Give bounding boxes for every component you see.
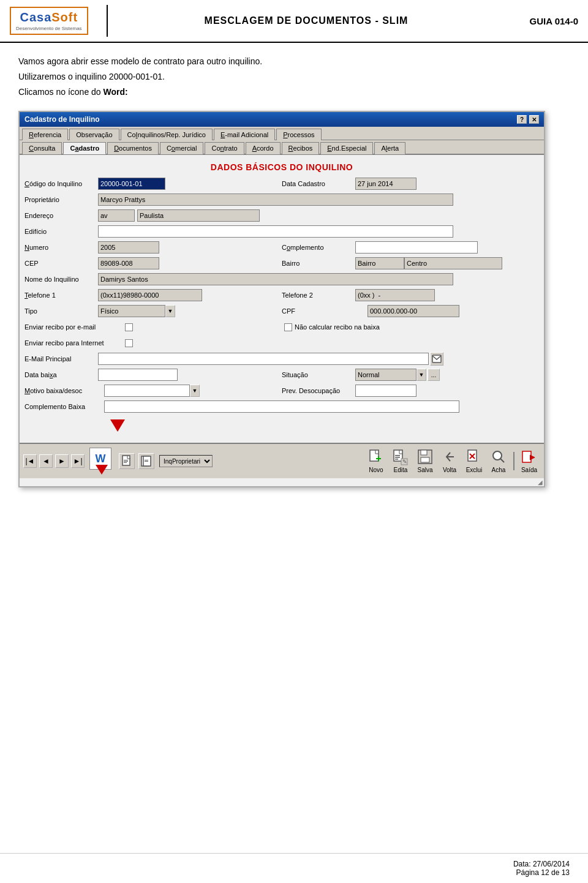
- label-situacao: Situação: [282, 371, 355, 378]
- col-prev-desocupacao: Prev. Desocupação: [282, 385, 539, 397]
- exclui-button[interactable]: Exclui: [463, 448, 485, 475]
- tab-alerta[interactable]: Alerta: [374, 142, 405, 154]
- svg-point-24: [493, 451, 502, 460]
- col-enviar-email: Enviar recibo por e-mail: [24, 323, 282, 331]
- input-numero[interactable]: [98, 241, 159, 254]
- input-bairro[interactable]: [404, 257, 502, 269]
- tab-cadastro[interactable]: Cadastro: [63, 142, 106, 154]
- nav-prev-button[interactable]: ◄: [39, 454, 53, 468]
- saida-button[interactable]: Saída: [518, 448, 540, 475]
- volta-icon: [441, 449, 458, 466]
- tab-row-1: Referencia Observação CoInquilinos/Rep. …: [20, 127, 544, 140]
- svg-rect-19: [421, 450, 427, 455]
- svg-text:✎: ✎: [402, 459, 407, 465]
- tab-recibos[interactable]: Recibos: [282, 142, 320, 154]
- header-guide: GUIA 014-0: [505, 16, 578, 26]
- input-cpf[interactable]: [368, 305, 459, 317]
- edita-label: Edita: [394, 467, 408, 473]
- tipo-dropdown-arrow[interactable]: ▼: [165, 305, 175, 317]
- input-complemento[interactable]: [355, 241, 478, 254]
- document2-icon-button[interactable]: [138, 453, 154, 469]
- row-endereco: Endereço: [24, 209, 539, 222]
- novo-button[interactable]: Novo: [365, 448, 387, 475]
- tab-processos[interactable]: Processos: [276, 129, 321, 140]
- label-edificio: Edifício: [24, 228, 98, 235]
- svg-rect-20: [421, 457, 429, 462]
- check-enviar-email[interactable]: [125, 323, 133, 331]
- tab-end-especial[interactable]: End.Especial: [320, 142, 373, 154]
- svg-rect-7: [145, 460, 148, 460]
- svg-rect-3: [124, 461, 128, 462]
- col-tel1: Telefone 1: [24, 289, 282, 301]
- nav-first-button[interactable]: |◄: [23, 454, 37, 468]
- edita-button[interactable]: ✎ Edita: [390, 448, 412, 475]
- input-cep[interactable]: [98, 257, 159, 269]
- label-tipo: Tipo: [24, 307, 98, 315]
- check-nao-calcular[interactable]: [284, 323, 292, 331]
- col-nao-calcular: Não calcular recibo na baixa: [282, 323, 539, 331]
- input-nome[interactable]: [98, 273, 453, 285]
- check-enviar-internet[interactable]: [125, 339, 133, 347]
- input-tipo[interactable]: [98, 305, 165, 317]
- col-codigo: Código do Inquilino: [24, 178, 282, 190]
- input-email-principal[interactable]: [98, 353, 429, 365]
- input-proprietario[interactable]: [98, 194, 453, 206]
- svg-rect-8: [145, 461, 148, 462]
- tab-contrato[interactable]: Contrato: [205, 142, 244, 154]
- volta-button[interactable]: Volta: [439, 448, 461, 475]
- tab-email-adicional[interactable]: E-mail Adicional: [214, 129, 275, 140]
- col-tel2: Telefone 2: [282, 289, 539, 301]
- label-enviar-internet: Enviar recibo para Internet: [24, 339, 123, 347]
- resize-corner: ◢: [20, 478, 544, 486]
- input-data-cadastro[interactable]: [355, 178, 417, 190]
- nav-last-button[interactable]: ►|: [71, 454, 85, 468]
- input-codigo[interactable]: [98, 178, 165, 190]
- tab-row-2: Consulta Cadastro Documentos Comercial C…: [20, 140, 544, 155]
- tab-observacao[interactable]: Observação: [69, 129, 119, 140]
- email-icon-button[interactable]: [430, 352, 443, 366]
- input-edificio[interactable]: [98, 225, 453, 238]
- situacao-ellipsis-button[interactable]: ...: [428, 369, 440, 381]
- select-situacao-wrap: ▼: [355, 369, 426, 381]
- input-endereco2[interactable]: [137, 209, 260, 222]
- salva-icon: [417, 449, 434, 466]
- page-header: CasaSoft Desenvolvimento de Sistemas MES…: [0, 0, 588, 43]
- acha-button[interactable]: Acha: [488, 448, 510, 475]
- svg-rect-26: [522, 451, 531, 462]
- input-prev-desocupacao[interactable]: [355, 385, 417, 397]
- tab-consulta[interactable]: Consulta: [22, 142, 62, 154]
- label-cep: CEP: [24, 260, 98, 267]
- salva-button[interactable]: Salva: [414, 448, 436, 475]
- tab-acordo[interactable]: Acordo: [246, 142, 281, 154]
- input-complemento-baixa[interactable]: [104, 400, 459, 413]
- input-tel1[interactable]: [98, 289, 202, 301]
- input-data-baixa[interactable]: [98, 369, 178, 381]
- svg-rect-9: [370, 450, 379, 461]
- tab-referencia[interactable]: Referencia: [22, 129, 68, 140]
- tab-comercial[interactable]: Comercial: [160, 142, 204, 154]
- acha-label: Acha: [492, 467, 506, 473]
- intro-line2: Utilizaremos o inquilino 20000-001-01.: [18, 70, 570, 83]
- input-tel2[interactable]: [355, 289, 435, 301]
- close-button[interactable]: ✕: [529, 115, 539, 124]
- word-icon-button[interactable]: W: [89, 446, 114, 476]
- col-data-cadastro: Data Cadastro: [282, 178, 539, 190]
- volta-label: Volta: [443, 467, 456, 473]
- document-icon-button[interactable]: [119, 453, 135, 469]
- row-proprietario: Proprietário: [24, 193, 539, 206]
- tab-documentos[interactable]: Documentos: [107, 142, 159, 154]
- tab-coinquilinos[interactable]: CoInquilinos/Rep. Jurídico: [121, 129, 213, 140]
- svg-rect-2: [124, 460, 128, 460]
- input-motivo-baixa[interactable]: [104, 385, 190, 397]
- input-endereco1[interactable]: [98, 209, 135, 222]
- form-area: DADOS BÁSICOS DO INQUILINO Código do Inq…: [20, 155, 544, 443]
- svg-rect-4: [124, 462, 127, 463]
- red-down-arrow: [110, 419, 125, 432]
- motivo-dropdown-arrow[interactable]: ▼: [190, 385, 200, 397]
- help-button[interactable]: ?: [517, 115, 527, 124]
- nav-next-button[interactable]: ►: [55, 454, 69, 468]
- row-cep: CEP Bairro: [24, 257, 539, 270]
- situacao-dropdown-arrow[interactable]: ▼: [417, 369, 426, 381]
- input-situacao[interactable]: [355, 369, 417, 381]
- inq-proprietari-dropdown[interactable]: InqProprietari: [159, 455, 213, 467]
